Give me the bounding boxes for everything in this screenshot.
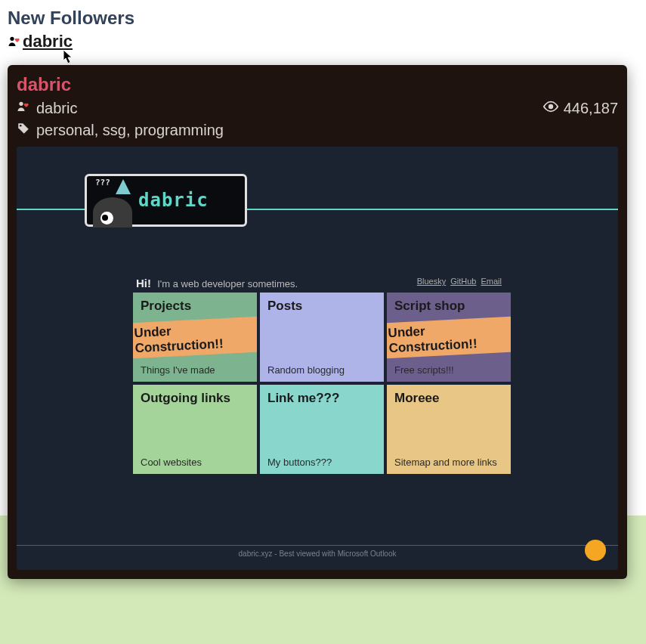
- site-badge: ??? dabric: [85, 174, 247, 227]
- under-construction-banner: Under Construction!!: [133, 316, 257, 359]
- avatar-icon: ???: [93, 181, 132, 220]
- card-more[interactable]: Moreee Sitemap and more links: [387, 385, 511, 474]
- greeting-hi: Hi!: [136, 277, 151, 289]
- svg-point-1: [19, 102, 23, 106]
- popup-views: 446,187: [542, 98, 618, 119]
- site-badge-name: dabric: [138, 190, 209, 211]
- svg-point-3: [20, 125, 22, 127]
- view-count: 446,187: [564, 100, 618, 117]
- person-heart-icon: [8, 35, 21, 48]
- card-sub: Free scripts!!!: [394, 364, 503, 376]
- popup-site-title[interactable]: dabric: [17, 74, 618, 95]
- card-title: Posts: [267, 299, 376, 314]
- card-sub: My buttons???: [267, 457, 376, 468]
- svg-point-2: [548, 104, 552, 109]
- greeting-row: Hi! I'm a web developer sometimes.: [136, 277, 298, 289]
- card-sub: Cool websites: [141, 457, 249, 468]
- scroll-indicator-icon[interactable]: [585, 540, 606, 561]
- card-title: Link me???: [267, 391, 376, 406]
- card-projects[interactable]: Projects Under Construction!! Things I'v…: [133, 293, 257, 382]
- popup-username[interactable]: dabric: [36, 100, 77, 117]
- card-outgoing-links[interactable]: Outgoing links Cool websites: [133, 385, 257, 474]
- card-grid: Projects Under Construction!! Things I'v…: [133, 293, 511, 474]
- card-posts[interactable]: Posts Random blogging: [260, 293, 384, 382]
- eye-icon: [542, 98, 559, 119]
- social-links: Bluesky GitHub Email: [417, 277, 502, 286]
- card-sub: Sitemap and more links: [394, 457, 503, 468]
- popup-tags-text: personal, ssg, programming: [36, 122, 224, 139]
- tag-icon: [17, 122, 30, 139]
- card-link-me[interactable]: Link me??? My buttons???: [260, 385, 384, 474]
- follower-name: dabric: [23, 32, 73, 51]
- card-title: Script shop: [394, 299, 503, 314]
- greeting-tagline: I'm a web developer sometimes.: [157, 278, 298, 289]
- link-email[interactable]: Email: [481, 277, 502, 286]
- link-bluesky[interactable]: Bluesky: [417, 277, 447, 286]
- preview-footer-divider: [17, 545, 618, 546]
- site-preview[interactable]: ??? dabric Hi! I'm a web developer somet…: [17, 147, 618, 570]
- card-script-shop[interactable]: Script shop Under Construction!! Free sc…: [387, 293, 511, 382]
- preview-footer-text: dabric.xyz - Best viewed with Microsoft …: [17, 550, 618, 558]
- card-title: Moreee: [394, 391, 503, 406]
- under-construction-banner: Under Construction!!: [387, 316, 511, 359]
- card-sub: Things I've made: [141, 364, 249, 376]
- profile-popup: dabric dabric 446,187 personal, ssg, pro…: [8, 65, 627, 579]
- new-followers-section: New Followers dabric: [0, 0, 646, 55]
- popup-username-row: dabric: [17, 100, 77, 117]
- card-title: Outgoing links: [141, 391, 249, 406]
- card-sub: Random blogging: [267, 364, 376, 376]
- person-heart-icon: [17, 100, 30, 117]
- follower-link[interactable]: dabric: [8, 32, 73, 51]
- section-title: New Followers: [8, 8, 638, 29]
- card-title: Projects: [141, 299, 249, 314]
- link-github[interactable]: GitHub: [450, 277, 476, 286]
- popup-tags-row: personal, ssg, programming: [17, 122, 618, 139]
- svg-point-0: [10, 37, 14, 41]
